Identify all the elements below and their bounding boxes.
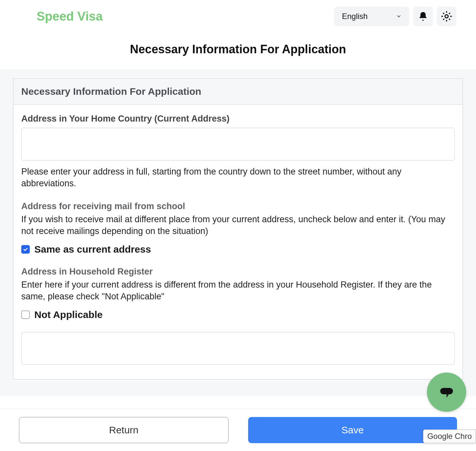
form-panel: Necessary Information For Application Ad… <box>13 78 463 379</box>
language-select[interactable]: English <box>334 7 409 26</box>
main-area: Necessary Information For Application Ad… <box>0 69 476 396</box>
panel-body: Address in Your Home Country (Current Ad… <box>13 105 463 379</box>
home-address-label: Address in Your Home Country (Current Ad… <box>21 114 455 124</box>
chat-widget[interactable] <box>427 373 466 412</box>
not-applicable-checkbox-label: Not Applicable <box>34 309 103 320</box>
panel-title: Necessary Information For Application <box>21 86 455 97</box>
gear-icon <box>441 10 452 22</box>
same-address-row: Same as current address <box>21 244 455 255</box>
logo: Speed Visa <box>37 9 103 24</box>
svg-rect-1 <box>440 388 453 394</box>
header: Speed Visa English <box>0 0 476 33</box>
not-applicable-row: Not Applicable <box>21 309 455 320</box>
page-title: Necessary Information For Application <box>0 33 476 69</box>
chat-icon <box>438 384 455 401</box>
settings-button[interactable] <box>437 7 456 26</box>
return-button[interactable]: Return <box>19 417 229 443</box>
same-address-checkbox[interactable] <box>21 245 30 254</box>
mail-address-desc: If you wish to receive mail at different… <box>21 213 455 237</box>
bell-icon <box>418 11 428 22</box>
check-icon <box>23 247 28 252</box>
header-actions: English <box>334 7 456 26</box>
svg-point-0 <box>445 15 448 18</box>
household-register-input[interactable] <box>21 332 455 365</box>
mail-address-label: Address for receiving mail from school <box>21 201 455 211</box>
panel-header: Necessary Information For Application <box>13 79 463 105</box>
home-address-hint: Please enter your address in full, start… <box>21 166 455 190</box>
chevron-down-icon <box>396 14 401 19</box>
home-address-input[interactable] <box>21 128 455 160</box>
not-applicable-checkbox[interactable] <box>21 310 30 319</box>
household-register-label: Address in Household Register <box>21 267 455 277</box>
browser-tooltip: Google Chro <box>423 429 476 443</box>
notifications-button[interactable] <box>413 7 433 26</box>
household-register-desc: Enter here if your current address is di… <box>21 279 455 303</box>
language-label: English <box>342 12 368 21</box>
same-address-checkbox-label: Same as current address <box>34 244 151 255</box>
bottom-bar: Return Save <box>0 409 476 451</box>
